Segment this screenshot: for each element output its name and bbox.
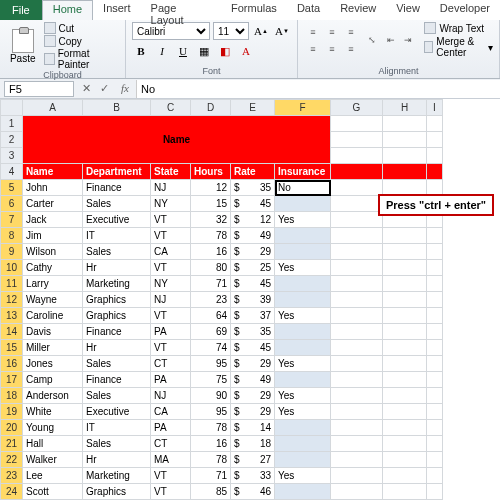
cell-insurance[interactable] [275, 420, 331, 436]
cell[interactable] [427, 308, 443, 324]
cell[interactable]: VT [151, 212, 191, 228]
cell[interactable]: 12 [231, 212, 275, 228]
cell[interactable]: Wayne [23, 292, 83, 308]
cell[interactable] [331, 340, 383, 356]
font-color-button[interactable]: A [237, 42, 255, 60]
cell[interactable]: CT [151, 356, 191, 372]
cell[interactable] [383, 452, 427, 468]
cell[interactable]: Sales [83, 436, 151, 452]
cell[interactable]: NY [151, 276, 191, 292]
cell[interactable]: 23 [191, 292, 231, 308]
cell-insurance[interactable]: Yes [275, 260, 331, 276]
cell-insurance[interactable] [275, 436, 331, 452]
header-state[interactable]: State [151, 164, 191, 180]
cell[interactable] [331, 228, 383, 244]
col-header-C[interactable]: C [151, 100, 191, 116]
cell[interactable]: 69 [191, 324, 231, 340]
cell[interactable]: Anderson [23, 388, 83, 404]
cell[interactable]: Sales [83, 196, 151, 212]
cell[interactable]: Larry [23, 276, 83, 292]
fill-color-button[interactable]: ◧ [216, 42, 234, 60]
cell[interactable]: Miller [23, 340, 83, 356]
cell[interactable]: Jones [23, 356, 83, 372]
cell[interactable]: 14 [231, 420, 275, 436]
align-right-button[interactable]: ≡ [342, 41, 360, 57]
row-header[interactable]: 17 [1, 372, 23, 388]
row-header[interactable]: 7 [1, 212, 23, 228]
tab-developer[interactable]: Developer [430, 0, 500, 20]
cell[interactable]: John [23, 180, 83, 196]
decrease-font-button[interactable]: A▼ [273, 22, 291, 40]
align-left-button[interactable]: ≡ [304, 41, 322, 57]
tab-insert[interactable]: Insert [93, 0, 141, 20]
header-name[interactable]: Name [23, 164, 83, 180]
col-header-B[interactable]: B [83, 100, 151, 116]
cell[interactable] [427, 340, 443, 356]
cell[interactable]: 12 [191, 180, 231, 196]
cell[interactable]: Hall [23, 436, 83, 452]
tab-data[interactable]: Data [287, 0, 330, 20]
cell[interactable]: 25 [231, 260, 275, 276]
cell[interactable]: White [23, 404, 83, 420]
font-size-select[interactable]: 11 [213, 22, 249, 40]
cell[interactable] [427, 420, 443, 436]
cell[interactable] [383, 436, 427, 452]
row-header[interactable]: 22 [1, 452, 23, 468]
cell[interactable]: PA [151, 372, 191, 388]
cell[interactable] [427, 372, 443, 388]
cell[interactable]: 45 [231, 276, 275, 292]
cell-insurance[interactable] [275, 452, 331, 468]
align-center-button[interactable]: ≡ [323, 41, 341, 57]
cell[interactable] [427, 484, 443, 500]
row-header[interactable]: 18 [1, 388, 23, 404]
cell[interactable]: 15 [191, 196, 231, 212]
cell-insurance[interactable]: Yes [275, 212, 331, 228]
cell[interactable] [427, 468, 443, 484]
cell[interactable]: 80 [191, 260, 231, 276]
cell[interactable]: Graphics [83, 292, 151, 308]
row-header[interactable]: 5 [1, 180, 23, 196]
cell[interactable]: Hr [83, 340, 151, 356]
name-box[interactable] [4, 81, 74, 97]
cell[interactable]: 49 [231, 372, 275, 388]
cell[interactable]: MA [151, 452, 191, 468]
paste-button[interactable]: Paste [6, 29, 40, 64]
row-header[interactable]: 21 [1, 436, 23, 452]
tab-formulas[interactable]: Formulas [221, 0, 287, 20]
cell[interactable]: 78 [191, 228, 231, 244]
cell[interactable] [331, 196, 383, 212]
cell[interactable]: 78 [191, 452, 231, 468]
merged-title-cell[interactable]: Name [23, 116, 331, 164]
cell[interactable]: 71 [191, 276, 231, 292]
cell[interactable]: NJ [151, 292, 191, 308]
cell[interactable]: VT [151, 340, 191, 356]
cell-insurance[interactable] [275, 244, 331, 260]
col-header-D[interactable]: D [191, 100, 231, 116]
cell[interactable]: 85 [191, 484, 231, 500]
cell[interactable] [331, 276, 383, 292]
cell[interactable]: Executive [83, 404, 151, 420]
cell[interactable]: PA [151, 420, 191, 436]
cell[interactable]: CT [151, 436, 191, 452]
cell[interactable] [331, 436, 383, 452]
cell[interactable] [383, 484, 427, 500]
row-header[interactable]: 12 [1, 292, 23, 308]
cell[interactable] [427, 260, 443, 276]
cell[interactable]: VT [151, 484, 191, 500]
header-department[interactable]: Department [83, 164, 151, 180]
cell[interactable]: 64 [191, 308, 231, 324]
cell[interactable] [427, 452, 443, 468]
cell[interactable]: IT [83, 228, 151, 244]
cell[interactable]: VT [151, 228, 191, 244]
cell[interactable]: CA [151, 244, 191, 260]
cell[interactable]: 45 [231, 340, 275, 356]
cell-insurance[interactable]: No [275, 180, 331, 196]
select-all-corner[interactable] [1, 100, 23, 116]
align-top-button[interactable]: ≡ [304, 24, 322, 40]
cell[interactable]: IT [83, 420, 151, 436]
row-header[interactable]: 6 [1, 196, 23, 212]
cell-insurance[interactable] [275, 340, 331, 356]
cell[interactable]: Cathy [23, 260, 83, 276]
cell[interactable]: PA [151, 324, 191, 340]
cell[interactable] [383, 468, 427, 484]
